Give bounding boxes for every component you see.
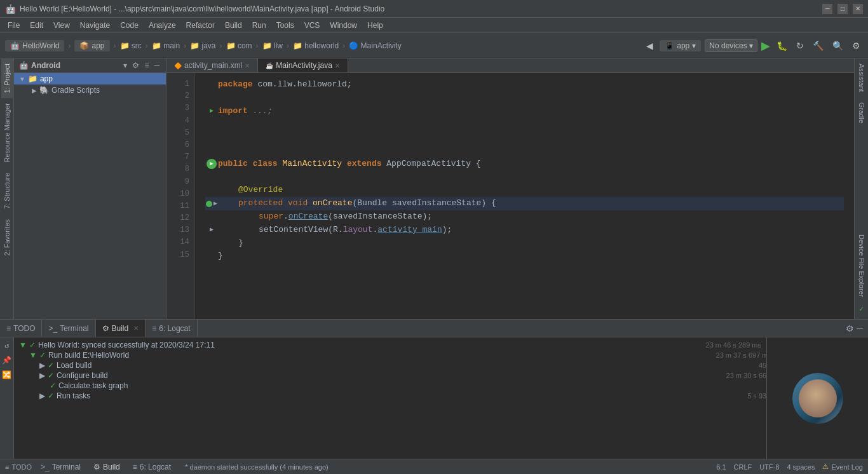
- sidebar-item-structure[interactable]: 7: Structure: [1, 168, 13, 214]
- check-icon: ✓: [48, 361, 54, 370]
- build-button[interactable]: 🔨: [810, 39, 826, 52]
- debug-button[interactable]: 🐛: [774, 39, 790, 52]
- menu-refactor[interactable]: Refactor: [181, 18, 220, 32]
- sidebar-item-resource-manager[interactable]: Resource Manager: [1, 98, 13, 168]
- code-line-9: @Override: [205, 184, 844, 197]
- menu-file[interactable]: File: [3, 18, 25, 32]
- panel-settings-button[interactable]: ≡: [143, 61, 150, 70]
- build-sync-icon[interactable]: ↺: [3, 340, 10, 352]
- override-fold-icon[interactable]: ▶: [214, 199, 217, 209]
- menu-help[interactable]: Help: [362, 18, 388, 32]
- build-row-5[interactable]: ▶ ✓ Run tasks 5 s 937 ms: [39, 391, 766, 401]
- menu-run[interactable]: Run: [247, 18, 271, 32]
- todo-button[interactable]: ≡ TODO: [5, 463, 32, 471]
- code-line-11: super.onCreate(savedInstanceState);: [205, 210, 844, 224]
- folder-icon: 📁: [28, 74, 37, 83]
- bottom-panel: ≡ TODO >_ Terminal ⚙ Build ✕ ≡ 6: Logcat…: [0, 319, 868, 459]
- breadcrumb-src[interactable]: 📁 src: [120, 41, 142, 50]
- import-fold-icon[interactable]: ▶: [210, 106, 214, 116]
- search-button[interactable]: 🔍: [830, 39, 846, 52]
- breadcrumb-java[interactable]: 📁 java: [190, 41, 215, 50]
- charset[interactable]: UTF-8: [759, 463, 779, 471]
- menu-tools[interactable]: Tools: [271, 18, 299, 32]
- indent-settings[interactable]: 4 spaces: [787, 463, 815, 471]
- run-class-icon[interactable]: ▶: [207, 159, 217, 169]
- check-icon: ✓: [857, 302, 866, 316]
- terminal-status-button[interactable]: >_ Terminal: [37, 463, 85, 471]
- gradle-panel-tab[interactable]: Gradle: [856, 97, 867, 128]
- android-icon: 🤖: [19, 61, 29, 70]
- tab-close-icon[interactable]: ✕: [335, 62, 340, 69]
- build-collapse-button[interactable]: ─: [857, 323, 863, 334]
- code-editor[interactable]: 1 2 3 4 5 6 7 8 9 10 11 12 13 14 15: [166, 73, 854, 319]
- panel-gear-button[interactable]: ⚙: [131, 61, 140, 70]
- tab-todo[interactable]: ≡ TODO: [0, 320, 42, 337]
- settings-button[interactable]: ⚙: [850, 39, 863, 52]
- menu-build[interactable]: Build: [220, 18, 247, 32]
- tree-item-gradle[interactable]: ▶ 🐘 Gradle Scripts: [14, 85, 166, 96]
- assistant-panel-tab[interactable]: Assistant: [856, 58, 867, 97]
- logcat-status-button[interactable]: ≡ 6: Logcat: [129, 463, 175, 471]
- device-selector[interactable]: No devices ▾: [705, 39, 757, 52]
- build-row-0[interactable]: ▼ ✓ Hello World: synced successfully at …: [19, 340, 761, 350]
- tree-item-app[interactable]: ▼ 📁 app: [14, 73, 166, 85]
- menu-window[interactable]: Window: [325, 18, 362, 32]
- code-line-14: }: [205, 250, 844, 263]
- terminal-icon: >_: [41, 463, 50, 471]
- build-filter-icon[interactable]: 🔀: [1, 369, 13, 381]
- menu-code[interactable]: Code: [115, 18, 144, 32]
- run-method-dot[interactable]: [206, 201, 212, 207]
- menu-analyze[interactable]: Analyze: [144, 18, 181, 32]
- menu-navigate[interactable]: Navigate: [75, 18, 115, 32]
- sidebar-item-project[interactable]: 1: Project: [1, 58, 13, 98]
- build-row-4[interactable]: ✓ Calculate task graph 518 ms: [50, 381, 766, 391]
- build-row-3[interactable]: ▶ ✓ Configure build 23 m 30 s 661 ms: [39, 370, 766, 381]
- tab-close-icon[interactable]: ✕: [245, 62, 250, 69]
- menu-edit[interactable]: Edit: [25, 18, 48, 32]
- tab-activity-main-xml[interactable]: 🔶 activity_main.xml ✕: [166, 58, 258, 72]
- build-time-0: 23 m 46 s 289 ms: [706, 341, 761, 349]
- menu-view[interactable]: View: [48, 18, 75, 32]
- breadcrumb-main[interactable]: 📁 main: [152, 41, 180, 50]
- avatar: [792, 373, 843, 424]
- breadcrumb-mainactivity[interactable]: 🔵 MainActivity: [349, 41, 401, 50]
- line-endings[interactable]: CRLF: [734, 463, 752, 471]
- project-selector[interactable]: 🤖 HelloWorld: [5, 40, 64, 51]
- sidebar-item-favorites[interactable]: 2: Favorites: [1, 214, 13, 261]
- code-line-3: ▶ import ...;: [205, 105, 844, 118]
- fold-icon-12[interactable]: ▶: [210, 225, 214, 235]
- menu-vcs[interactable]: VCS: [299, 18, 325, 32]
- project-panel: 🤖 Android ▾ ⚙ ≡ ─ ▼ 📁 app ▶ 🐘 Gradle Scr…: [14, 58, 166, 319]
- event-log-button[interactable]: ⚠ Event Log: [822, 463, 863, 471]
- build-settings-button[interactable]: ⚙: [846, 323, 854, 334]
- minimize-button[interactable]: ─: [822, 4, 832, 14]
- back-button[interactable]: ◀: [644, 39, 656, 52]
- close-button[interactable]: ✕: [853, 4, 863, 14]
- breadcrumb-llw[interactable]: 📁 llw: [262, 41, 283, 50]
- tab-logcat[interactable]: ≡ 6: Logcat: [146, 320, 197, 337]
- module-icon: 📦: [79, 41, 89, 50]
- cursor-position[interactable]: 6:1: [716, 463, 726, 471]
- build-row-1[interactable]: ▼ ✓ Run build E:\HelloWorld 23 m 37 s 69…: [29, 350, 766, 360]
- build-label: Build: [103, 463, 120, 471]
- build-pin-icon[interactable]: 📌: [1, 355, 13, 367]
- device-file-explorer-tab[interactable]: Device File Explorer: [856, 229, 867, 302]
- maximize-button[interactable]: □: [837, 4, 848, 14]
- build-row-2[interactable]: ▶ ✓ Load build 455 ms: [39, 360, 766, 370]
- build-status-button[interactable]: ⚙ Build: [90, 463, 124, 471]
- check-icon: ✓: [50, 381, 56, 390]
- breadcrumb-com[interactable]: 📁 com: [226, 41, 252, 50]
- breadcrumb-helloworld[interactable]: 📁 helloworld: [293, 41, 339, 50]
- sync-button[interactable]: ↻: [794, 39, 806, 52]
- module-selector[interactable]: 📦 app: [74, 40, 109, 51]
- editor-tabs: 🔶 activity_main.xml ✕ ☕ MainActivity.jav…: [166, 58, 854, 73]
- panel-dropdown-icon[interactable]: ▾: [122, 61, 128, 70]
- run-button[interactable]: ▶: [761, 39, 770, 53]
- build-tab-close-icon[interactable]: ✕: [133, 325, 139, 332]
- tab-build[interactable]: ⚙ Build ✕: [96, 320, 146, 337]
- app-config-selector[interactable]: 📱 app ▾: [660, 40, 701, 51]
- java-file-icon: ☕: [266, 62, 273, 69]
- tab-mainactivity-java[interactable]: ☕ MainActivity.java ✕: [258, 58, 348, 72]
- panel-collapse-button[interactable]: ─: [153, 61, 161, 70]
- tab-terminal[interactable]: >_ Terminal: [42, 320, 95, 337]
